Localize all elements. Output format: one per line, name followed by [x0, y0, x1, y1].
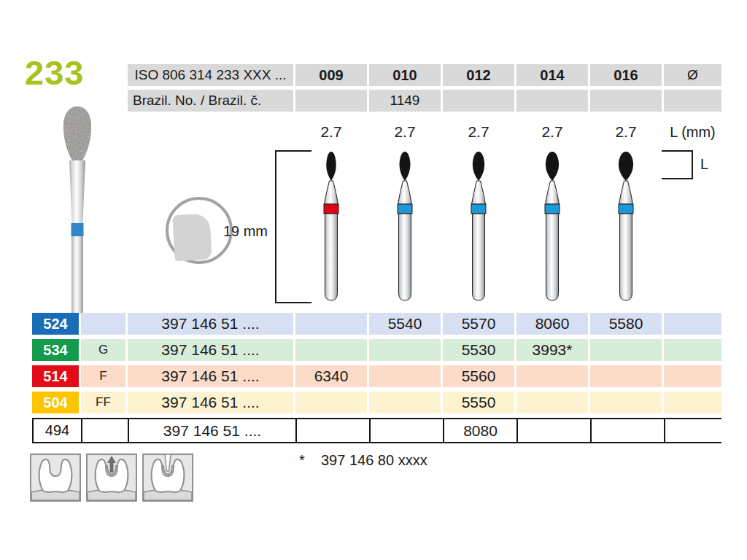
size-value-cell [664, 392, 721, 413]
size-value-cell: 3993* [516, 339, 588, 361]
size-value-cell [590, 365, 662, 387]
size-value-cell [371, 419, 444, 442]
head-length-row: 2.7 2.7 2.7 2.7 2.7 L (mm) [32, 121, 721, 143]
size-value-cell: 8060 [516, 313, 588, 335]
size-value-cell: 8080 [444, 419, 518, 442]
brazil-number-cell [590, 90, 662, 112]
order-number-cell: 397 146 51 .... [128, 392, 293, 413]
order-number-cell: 397 146 51 .... [128, 339, 293, 361]
bur-illustration-016 [590, 149, 662, 304]
bur-illustration-014 [516, 149, 588, 304]
bur-in-cavity-icon [142, 454, 193, 505]
size-value-cell [295, 392, 367, 413]
brazil-number-cell [516, 90, 588, 112]
size-header-012: 012 [443, 64, 514, 86]
length-unit-label: L (mm) [664, 121, 721, 143]
grit-cell: F [81, 365, 125, 387]
footnote: *397 146 80 xxxx [299, 452, 427, 469]
iso-number-label: ISO 806 314 233 XXX ... [128, 64, 293, 86]
size-value-cell [295, 313, 367, 335]
brazil-number-cell [443, 90, 514, 112]
size-value-cell: 5530 [443, 339, 514, 361]
size-value-cell [297, 419, 371, 442]
head-length-value: 2.7 [369, 121, 441, 143]
head-length-value: 2.7 [590, 121, 662, 143]
footnote-text: 397 146 80 xxxx [321, 452, 427, 468]
table-row-534: 534 G 397 146 51 .... 5530 3993* [32, 339, 721, 361]
table-row-494: 494 397 146 51 .... 8080 [32, 418, 721, 443]
size-value-cell: 5550 [443, 392, 514, 413]
brazil-number-label: Brazil. No. / Brazil. č. [128, 90, 293, 112]
size-header-014: 014 [516, 64, 588, 86]
tooth-cavity-icon [30, 454, 81, 505]
code-badge: 494 [34, 419, 82, 442]
size-value-cell [664, 365, 721, 387]
brazil-number-cell [295, 90, 367, 112]
size-value-cell [664, 313, 721, 335]
size-header-010: 010 [369, 64, 441, 86]
grit-cell: FF [81, 392, 125, 413]
header-row-brazil: Brazil. No. / Brazil. č. 1149 [32, 90, 721, 112]
size-value-cell [516, 392, 588, 413]
head-length-value: 2.7 [516, 121, 588, 143]
code-badge: 534 [32, 339, 79, 361]
code-badge: 524 [32, 313, 79, 335]
grit-cell: G [81, 339, 125, 361]
table-row-504: 504 FF 397 146 51 .... 5550 [32, 392, 721, 413]
size-value-cell: 5540 [369, 313, 441, 335]
grit-cell [81, 313, 125, 335]
size-value-cell: 5560 [443, 365, 514, 387]
head-length-value: 2.7 [295, 121, 367, 143]
order-number-cell: 397 146 51 .... [128, 365, 293, 387]
table-row-514: 514 F 397 146 51 .... 6340 5560 [32, 365, 721, 387]
size-header-009: 009 [295, 64, 367, 86]
size-value-cell [369, 392, 441, 413]
size-value-cell [592, 419, 665, 442]
diameter-symbol: Ø [664, 64, 721, 86]
code-badge: 504 [32, 392, 79, 413]
bur-illustration-010 [369, 149, 441, 304]
bur-illustration-009 [295, 149, 367, 304]
order-number-cell: 397 146 51 .... [128, 313, 293, 335]
size-value-cell [590, 392, 662, 413]
head-length-bracket [660, 149, 697, 182]
brazil-number-cell: 1149 [369, 90, 441, 112]
table-row-524: 524 397 146 51 .... 5540 5570 8060 5580 [32, 313, 721, 335]
size-value-cell: 6340 [295, 365, 367, 387]
filling-removal-icon [86, 454, 137, 505]
head-length-label: L [700, 156, 708, 173]
head-length-value: 2.7 [443, 121, 514, 143]
code-badge: 514 [32, 365, 79, 387]
size-value-cell [518, 419, 592, 442]
bur-illustration-row [32, 149, 721, 304]
size-value-cell [516, 365, 588, 387]
size-value-cell: 5580 [590, 313, 662, 335]
header-row-iso: ISO 806 314 233 XXX ... 009 010 012 014 … [32, 64, 721, 86]
size-value-cell [295, 339, 367, 361]
size-value-cell [369, 365, 441, 387]
size-header-016: 016 [590, 64, 662, 86]
size-value-cell [369, 339, 441, 361]
size-value-cell [590, 339, 662, 361]
size-value-cell [665, 419, 724, 442]
bur-illustration-012 [443, 149, 514, 304]
brazil-number-cell [664, 90, 721, 112]
order-number-cell: 397 146 51 .... [129, 419, 297, 442]
grit-cell [82, 419, 129, 442]
size-value-cell [664, 339, 721, 361]
size-value-cell: 5570 [443, 313, 514, 335]
footnote-marker: * [299, 452, 321, 469]
